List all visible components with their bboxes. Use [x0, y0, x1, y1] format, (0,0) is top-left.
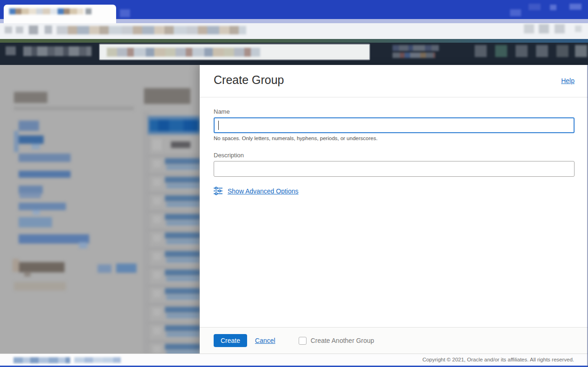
blurred-table-row — [153, 327, 161, 335]
create-group-panel: Create Group Help Name No spaces. Only l… — [200, 65, 588, 354]
tab-close-icon[interactable] — [85, 8, 91, 14]
blurred-table-row — [148, 303, 200, 306]
blurred-table-row — [165, 270, 200, 276]
blurred-table-row — [165, 251, 200, 257]
browser-menu-icon[interactable] — [510, 9, 521, 16]
create-another-label: Create Another Group — [311, 337, 374, 344]
blurred-toolbar-icon[interactable] — [524, 24, 534, 33]
name-input[interactable] — [214, 117, 575, 133]
blurred-table-row — [166, 221, 200, 225]
blurred-region-selector[interactable] — [392, 45, 439, 51]
blurred-table-row — [165, 344, 200, 350]
blurred-table-row — [166, 277, 200, 281]
tab-base — [4, 19, 116, 23]
blurred-search-text — [107, 48, 260, 57]
page-footer: Copyright © 2021, Oracle and/or its affi… — [0, 354, 588, 366]
blurred-brand-logo — [23, 46, 91, 56]
create-another-group-option: Create Another Group — [299, 337, 374, 345]
blurred-table-row — [153, 234, 161, 242]
blurred-table-row — [148, 266, 200, 269]
blurred-table-row — [148, 155, 200, 157]
browser-titlebar — [0, 0, 588, 19]
back-icon[interactable] — [5, 26, 12, 33]
blurred-table-row — [148, 322, 200, 324]
blurred-table-row — [148, 284, 200, 287]
help-link[interactable]: Help — [561, 77, 575, 84]
blurred-table-row — [165, 232, 200, 238]
description-input[interactable] — [214, 161, 575, 177]
blurred-table-row — [153, 179, 161, 186]
panel-footer: Create Cancel Create Another Group — [200, 327, 588, 354]
panel-header: Create Group Help — [200, 65, 588, 97]
cancel-link[interactable]: Cancel — [255, 337, 275, 344]
blurred-nav-icon[interactable] — [516, 45, 528, 57]
blurred-footer-link[interactable] — [13, 357, 70, 363]
blurred-table-row — [153, 271, 161, 279]
blurred-page-content — [0, 65, 200, 354]
name-helper-text: No spaces. Only letters, numerals, hyphe… — [214, 135, 575, 141]
blurred-table-row — [148, 247, 200, 250]
blurred-table-row — [165, 214, 200, 220]
show-advanced-options-label: Show Advanced Options — [228, 187, 299, 195]
blurred-table-row — [148, 192, 200, 194]
blurred-table-row — [166, 239, 200, 244]
window-maximize-button[interactable] — [550, 5, 556, 10]
browser-toolbar — [0, 23, 588, 39]
blurred-table-row — [165, 195, 200, 201]
console-search-input[interactable] — [99, 44, 370, 60]
show-advanced-options-link[interactable]: Show Advanced Options — [214, 187, 575, 195]
console-navbar — [0, 43, 588, 65]
blurred-table-row — [166, 184, 200, 188]
blurred-table-row — [148, 210, 200, 213]
blurred-table-row — [165, 307, 200, 313]
blurred-nav-icon[interactable] — [495, 45, 507, 57]
new-tab-button[interactable] — [120, 9, 130, 17]
blurred-profile-icon[interactable] — [575, 45, 587, 57]
blurred-table-row — [153, 253, 161, 260]
blurred-toolbar-icon[interactable] — [575, 26, 581, 32]
text-caret — [218, 121, 219, 130]
blurred-table-row — [148, 340, 200, 343]
page-title: Create Group — [214, 73, 284, 87]
hamburger-menu-icon[interactable] — [6, 46, 16, 55]
blurred-nav-icon[interactable] — [475, 45, 487, 57]
app-window: Create Group Help Name No spaces. Only l… — [0, 0, 588, 367]
blurred-table-row — [153, 346, 161, 353]
blurred-table-row — [153, 160, 161, 167]
refresh-icon[interactable] — [29, 26, 38, 34]
blurred-toolbar-icon[interactable] — [555, 24, 565, 33]
dimmed-background-page — [0, 65, 200, 354]
blurred-table-row — [153, 197, 161, 205]
blurred-region-selector-sub — [392, 52, 435, 58]
blurred-footer-link[interactable] — [74, 357, 121, 363]
panel-body: Name No spaces. Only letters, numerals, … — [214, 97, 575, 195]
home-icon[interactable] — [45, 26, 52, 34]
blurred-table-row — [165, 158, 200, 164]
page-top-strip — [0, 39, 588, 43]
create-another-checkbox[interactable] — [299, 337, 307, 345]
blurred-table-row — [166, 314, 200, 318]
blurred-table-row — [165, 325, 200, 331]
window-close-button[interactable] — [569, 4, 581, 10]
blurred-nav-icon[interactable] — [556, 45, 568, 57]
blurred-tab-title — [9, 8, 84, 14]
blurred-toolbar-icon[interactable] — [539, 24, 549, 33]
window-minimize-button[interactable] — [529, 4, 541, 10]
forward-icon[interactable] — [16, 26, 23, 33]
blurred-table-row — [166, 332, 200, 337]
create-button[interactable]: Create — [214, 334, 247, 347]
blurred-table-row — [153, 309, 161, 316]
blurred-nav-icon[interactable] — [536, 45, 548, 57]
blurred-table-row — [148, 229, 200, 232]
blurred-table-row — [166, 165, 200, 170]
blurred-table-row — [153, 216, 161, 223]
blurred-table-row — [165, 177, 200, 183]
blurred-table-row — [153, 290, 161, 297]
blurred-address-bar[interactable] — [57, 26, 246, 34]
blurred-table-row — [148, 173, 200, 176]
copyright-text: Copyright © 2021, Oracle and/or its affi… — [422, 357, 574, 362]
blurred-table-row — [165, 288, 200, 294]
description-label: Description — [214, 152, 575, 159]
name-label: Name — [214, 108, 575, 115]
sliders-icon — [214, 187, 222, 195]
